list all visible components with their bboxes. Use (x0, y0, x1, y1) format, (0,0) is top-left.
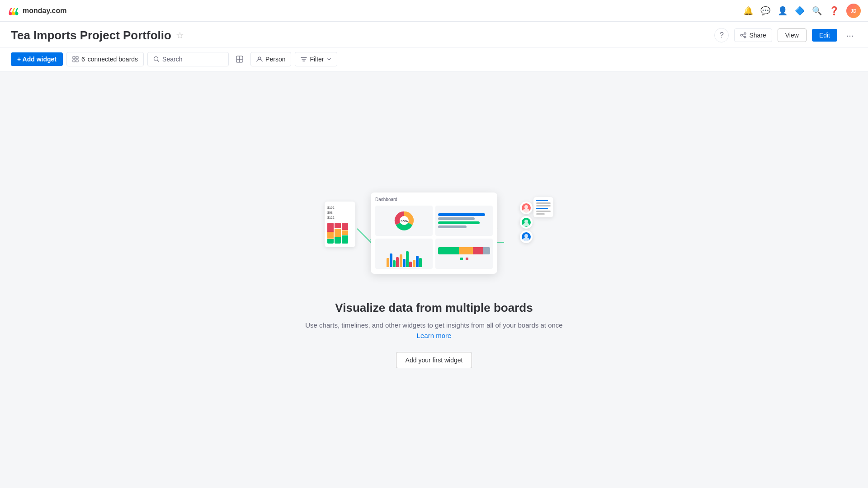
list-line-1 (536, 200, 548, 201)
bell-icon[interactable]: 🔔 (743, 6, 753, 16)
filter-button[interactable]: Filter (295, 52, 337, 66)
add-first-widget-button[interactable]: Add your first widget (396, 352, 472, 368)
monday-logo[interactable]: monday.com (7, 5, 67, 17)
avatar-icon-1 (520, 202, 533, 214)
list-line-6 (536, 213, 545, 215)
svg-rect-12 (76, 60, 78, 62)
person-filter-button[interactable]: Person (250, 52, 291, 66)
search-input-box[interactable]: Search (147, 52, 229, 66)
top-right-list-panel (533, 197, 553, 217)
edit-button[interactable]: Edit (812, 29, 837, 42)
boards-icon (72, 56, 79, 62)
header-actions: ? Share View Edit ··· (714, 28, 857, 42)
stacked-bar-chart (327, 223, 353, 244)
view-button[interactable]: View (778, 28, 807, 42)
pie-chart-mini: 35% (375, 206, 433, 236)
svg-point-22 (524, 220, 528, 223)
main-headline: Visualize data from multiple boards (335, 301, 533, 315)
illustration-container: $152 $98 $122 (303, 192, 565, 283)
stacked-bar-chart-mini (435, 239, 493, 269)
grouped-bar-chart-mini (375, 239, 433, 269)
filter-label: Filter (310, 56, 324, 63)
avatar-icon-3 (520, 230, 533, 243)
share-button[interactable]: Share (734, 28, 772, 42)
toolbar: + Add widget 6 connected boards Search P… (0, 47, 868, 71)
filter-chevron-icon (327, 57, 331, 61)
svg-text:35%: 35% (400, 219, 407, 223)
connected-boards-count: 6 (81, 56, 85, 63)
connected-boards-label: connected boards (88, 56, 138, 63)
learn-more-link[interactable]: Learn more (417, 332, 452, 339)
list-line-4 (536, 208, 548, 209)
topbar-right: 🔔 💬 👤 🔷 🔍 ❓ JD (743, 4, 861, 18)
apps-icon[interactable]: 🔷 (795, 6, 805, 16)
person-label: Person (265, 56, 285, 63)
right-avatars-panel (520, 202, 533, 243)
list-line-5 (536, 211, 551, 212)
topbar-left: monday.com (7, 5, 67, 17)
dashboard-card-title: Dashboard (375, 197, 493, 202)
list-lines (536, 200, 551, 215)
svg-rect-11 (73, 60, 75, 62)
page-header: Tea Imports Project Portfolio ☆ ? Share … (0, 22, 868, 47)
svg-rect-10 (76, 56, 78, 59)
svg-point-6 (744, 33, 746, 34)
avatar-icon-2 (520, 216, 533, 229)
main-content: $152 $98 $122 (0, 71, 868, 488)
help-icon[interactable]: ❓ (829, 6, 839, 16)
list-line-2 (536, 202, 551, 204)
left-mini-panel: $152 $98 $122 (325, 202, 355, 248)
topbar: monday.com 🔔 💬 👤 🔷 🔍 ❓ JD (0, 0, 868, 22)
person-icon (256, 56, 263, 62)
page-title: Tea Imports Project Portfolio (11, 28, 171, 42)
svg-point-20 (524, 205, 528, 209)
page-title-area: Tea Imports Project Portfolio ☆ (11, 28, 184, 42)
left-panel-values: $152 $98 $122 (327, 205, 353, 221)
bar-chart-horizontal-mini (435, 206, 493, 236)
connected-boards-button[interactable]: 6 connected boards (66, 52, 144, 66)
filter-icon (301, 56, 307, 62)
app-name-label: monday.com (23, 7, 67, 15)
user-avatar[interactable]: JD (846, 4, 861, 18)
svg-point-8 (744, 36, 746, 38)
svg-rect-9 (73, 56, 75, 59)
favorite-icon[interactable]: ☆ (176, 30, 184, 41)
search-icon (153, 56, 160, 62)
svg-point-24 (524, 234, 528, 238)
share-label: Share (749, 32, 766, 39)
svg-point-7 (741, 34, 742, 36)
share-icon (740, 32, 746, 38)
svg-text:JD: JD (851, 9, 857, 14)
list-line-3 (536, 205, 551, 206)
dashboard-card-inner: 35% (375, 206, 493, 269)
main-subtext: Use charts, timelines, and other widgets… (305, 321, 562, 329)
people-icon[interactable]: 👤 (778, 6, 788, 16)
dashboard-card: Dashboard 35% (371, 192, 497, 274)
search-icon[interactable]: 🔍 (812, 6, 822, 16)
help-button[interactable]: ? (714, 28, 729, 42)
more-options-button[interactable]: ··· (843, 28, 857, 42)
search-placeholder: Search (162, 56, 182, 63)
add-widget-button[interactable]: + Add widget (11, 52, 63, 66)
save-button[interactable] (232, 52, 247, 66)
inbox-icon[interactable]: 💬 (760, 6, 770, 16)
